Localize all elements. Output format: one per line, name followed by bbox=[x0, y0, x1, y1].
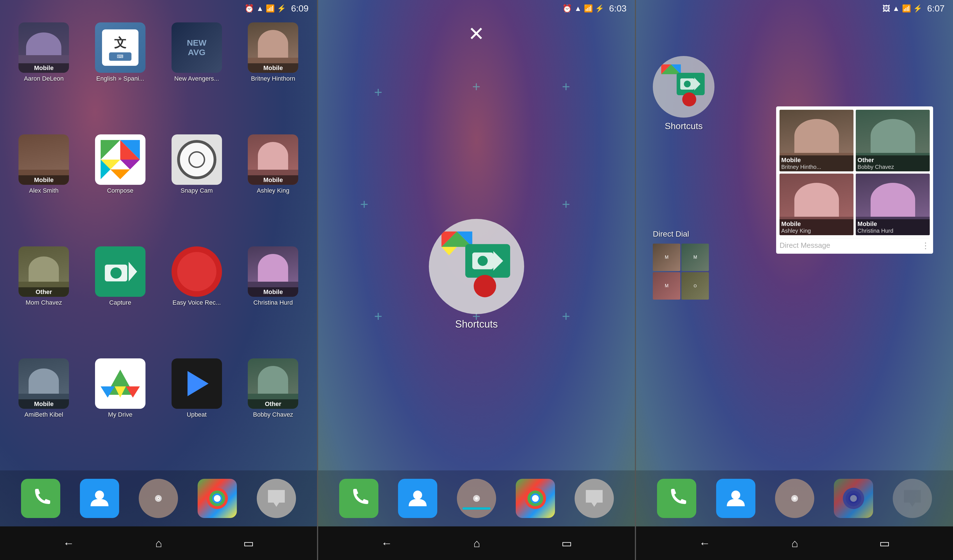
dock-messages-3[interactable] bbox=[893, 479, 932, 518]
app-christina-label: Mobile bbox=[248, 287, 298, 297]
recents-button-1[interactable]: ▭ bbox=[243, 537, 254, 550]
nav-bar-1: ← ⌂ ▭ bbox=[0, 526, 317, 560]
back-button-1[interactable]: ← bbox=[63, 537, 74, 550]
shortcuts-label-2: Shortcuts bbox=[455, 319, 498, 330]
app-britney[interactable]: Mobile Britney Hinthorn bbox=[238, 22, 309, 129]
app-snapy[interactable]: Snapy Cam bbox=[161, 135, 232, 241]
shortcuts-popup: Mobile Britney Hintho... Other Bobby Cha… bbox=[776, 107, 933, 254]
home-button-2[interactable]: ⌂ bbox=[473, 537, 480, 550]
app-translate-name: English » Spani... bbox=[96, 75, 144, 82]
clock-icon-2: ⏰ bbox=[562, 4, 572, 13]
popup-bobby-label: Other bbox=[857, 156, 928, 164]
app-upbeat[interactable]: Upbeat bbox=[161, 358, 232, 465]
app-amibeth[interactable]: Mobile AmiBeth Kibel bbox=[8, 358, 79, 465]
svg-point-15 bbox=[95, 490, 104, 500]
back-button-2[interactable]: ← bbox=[381, 537, 392, 550]
dock-phone[interactable] bbox=[21, 479, 60, 518]
home-button-1[interactable]: ⌂ bbox=[155, 537, 162, 550]
dock-messages[interactable] bbox=[257, 479, 296, 518]
recents-button-3[interactable]: ▭ bbox=[879, 537, 890, 550]
dock-phone-3[interactable] bbox=[657, 479, 696, 518]
popup-christina-name: Christina Hurd bbox=[857, 227, 928, 234]
plus-marker-1: + bbox=[374, 84, 382, 100]
recents-button-2[interactable]: ▭ bbox=[562, 537, 572, 550]
dock-chrome-3[interactable] bbox=[834, 479, 873, 518]
app-amibeth-label: Mobile bbox=[19, 399, 69, 409]
svg-point-32 bbox=[475, 497, 478, 500]
svg-point-45 bbox=[793, 497, 796, 500]
app-translate[interactable]: 文 ⌨ English » Spani... bbox=[85, 22, 156, 129]
svg-point-43 bbox=[731, 490, 740, 500]
dock-chrome-2[interactable] bbox=[516, 479, 555, 518]
status-time-3: 6:07 bbox=[927, 3, 945, 14]
svg-point-41 bbox=[684, 80, 691, 87]
dock-3 bbox=[636, 470, 953, 526]
app-upbeat-name: Upbeat bbox=[187, 411, 206, 418]
clock-icon: ⏰ bbox=[244, 4, 254, 13]
popup-more-icon[interactable]: ⋮ bbox=[921, 241, 930, 250]
app-aaron-label: Mobile bbox=[19, 63, 69, 73]
popup-ashley-name: Ashley King bbox=[781, 227, 852, 234]
dock-chrome[interactable] bbox=[198, 479, 237, 518]
back-button-3[interactable]: ← bbox=[699, 537, 710, 550]
shortcuts-widget-2[interactable]: Shortcuts bbox=[429, 219, 524, 330]
plus-marker-8: + bbox=[562, 308, 570, 324]
app-capture-name: Capture bbox=[109, 299, 131, 306]
wifi-icon-2: ▲ bbox=[574, 4, 582, 13]
shortcuts-widget-3[interactable]: Shortcuts bbox=[653, 56, 714, 131]
app-christina[interactable]: Mobile Christina Hurd bbox=[238, 246, 309, 353]
signal-icon: 📶 bbox=[266, 4, 275, 13]
app-compose[interactable]: Compose bbox=[85, 135, 156, 241]
home-button-3[interactable]: ⌂ bbox=[792, 537, 798, 550]
svg-point-28 bbox=[478, 256, 488, 266]
status-bar-2: ⏰ ▲ 📶 ⚡ 6:03 bbox=[318, 0, 635, 17]
plus-marker-6: + bbox=[374, 308, 382, 324]
popup-direct-message: Direct Message bbox=[779, 241, 830, 250]
status-icons-3: 🖼 ▲ 📶 ⚡ 6:07 bbox=[882, 3, 945, 14]
image-icon-3: 🖼 bbox=[882, 4, 890, 13]
popup-ashley[interactable]: Mobile Ashley King bbox=[779, 173, 854, 235]
dock-1 bbox=[0, 470, 317, 526]
app-alex[interactable]: Mobile Alex Smith bbox=[8, 135, 79, 241]
app-easyvoice-name: Easy Voice Rec... bbox=[172, 299, 220, 306]
app-easyvoice[interactable]: Easy Voice Rec... bbox=[161, 246, 232, 353]
app-mom[interactable]: Other Mom Chavez bbox=[8, 246, 79, 353]
svg-marker-42 bbox=[694, 77, 700, 90]
dock-apps-3[interactable] bbox=[775, 479, 814, 518]
app-aaron-deleon[interactable]: Mobile Aaron DeLeon bbox=[8, 22, 79, 129]
svg-marker-4 bbox=[120, 159, 140, 169]
battery-icon: ⚡ bbox=[277, 4, 286, 13]
dock-messages-2[interactable] bbox=[574, 479, 614, 518]
dock-contacts-3[interactable] bbox=[716, 479, 755, 518]
nav-bar-3: ← ⌂ ▭ bbox=[636, 526, 953, 560]
app-britney-name: Britney Hinthorn bbox=[251, 75, 295, 82]
status-icons-1: ⏰ ▲ 📶 ⚡ 6:09 bbox=[244, 3, 309, 14]
app-capture[interactable]: Capture bbox=[85, 246, 156, 353]
app-bobby[interactable]: Other Bobby Chavez bbox=[238, 358, 309, 465]
panel-2: ⏰ ▲ 📶 ⚡ 6:03 ✕ + + + + + + + + bbox=[318, 0, 635, 560]
app-bobby-name: Bobby Chavez bbox=[253, 411, 293, 418]
app-ashley[interactable]: Mobile Ashley King bbox=[238, 135, 309, 241]
wifi-icon: ▲ bbox=[256, 4, 264, 13]
status-bar-1: ⏰ ▲ 📶 ⚡ 6:09 bbox=[0, 0, 317, 17]
svg-marker-29 bbox=[493, 251, 503, 271]
app-avengers[interactable]: NEWAVG New Avengers... bbox=[161, 22, 232, 129]
signal-icon-2: 📶 bbox=[584, 4, 593, 13]
popup-christina-label: Mobile bbox=[857, 220, 928, 227]
close-shortcuts-button[interactable]: ✕ bbox=[468, 22, 484, 45]
dock-apps-2[interactable] bbox=[457, 479, 496, 518]
dock-contacts[interactable] bbox=[80, 479, 119, 518]
app-britney-label: Mobile bbox=[248, 63, 298, 73]
dock-contacts-2[interactable] bbox=[398, 479, 437, 518]
battery-icon-3: ⚡ bbox=[913, 4, 922, 13]
app-mydrive[interactable]: My Drive bbox=[85, 358, 156, 465]
popup-britney-name: Britney Hintho... bbox=[781, 164, 852, 170]
popup-bobby[interactable]: Other Bobby Chavez bbox=[856, 110, 930, 171]
app-avengers-name: New Avengers... bbox=[174, 75, 219, 82]
popup-britney-label: Mobile bbox=[781, 156, 852, 164]
popup-christina[interactable]: Mobile Christina Hurd bbox=[856, 173, 930, 235]
dock-phone-2[interactable] bbox=[339, 479, 379, 518]
popup-britney[interactable]: Mobile Britney Hintho... bbox=[779, 110, 854, 171]
dock-apps[interactable] bbox=[139, 479, 178, 518]
svg-marker-1 bbox=[101, 140, 120, 159]
